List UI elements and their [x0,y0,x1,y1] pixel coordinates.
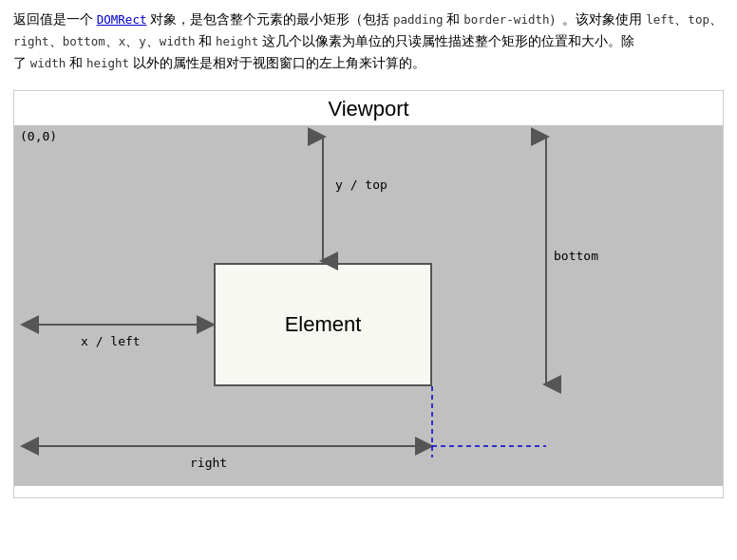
code-left: left [646,12,674,27]
desc-part2: 对象，是包含整个元素的最小矩形（包括 [146,12,393,27]
label-y-top: y / top [335,177,387,192]
code-bottom: bottom [63,34,105,48]
code-height: height [216,34,258,48]
element-label: Element [285,312,362,337]
desc-part7: 以外的属性是相对于视图窗口的左上角来计算的。 [129,56,425,70]
label-bottom: bottom [554,249,598,263]
code-y: y [139,34,146,48]
code-border-width: border-width [463,12,549,27]
code-padding: padding [393,12,444,27]
sep3: 、 [49,34,63,48]
origin-label: (0,0) [20,129,57,143]
label-right: right [190,456,227,470]
diagram-container: Viewport (0,0) Element [13,90,724,498]
sep5: 、 [125,34,139,48]
code-width: width [160,34,196,48]
sep4: 、 [105,34,119,48]
code-right: right [13,34,49,48]
desc-part3: 和 [444,12,464,27]
element-box: Element [214,263,432,386]
desc-part1: 返回值是一个 [13,12,97,27]
desc-part4: ）。该对象使用 [549,12,646,27]
code-height2: height [86,56,129,70]
sep2: 、 [709,12,723,27]
sep1: 、 [674,12,688,27]
desc-part6: 和 [66,56,86,70]
sep6: 、 [146,34,160,48]
description-text: 返回值是一个 DOMRect 对象，是包含整个元素的最小矩形（包括 paddin… [13,9,724,75]
domrect-link[interactable]: DOMRect [97,12,147,27]
sep7: 和 [196,34,217,48]
code-top: top [688,12,709,27]
viewport-area: (0,0) Element [14,125,723,486]
label-x-left: x / left [81,334,141,348]
code-width2: width [30,56,66,70]
diagram-title: Viewport [14,91,723,125]
